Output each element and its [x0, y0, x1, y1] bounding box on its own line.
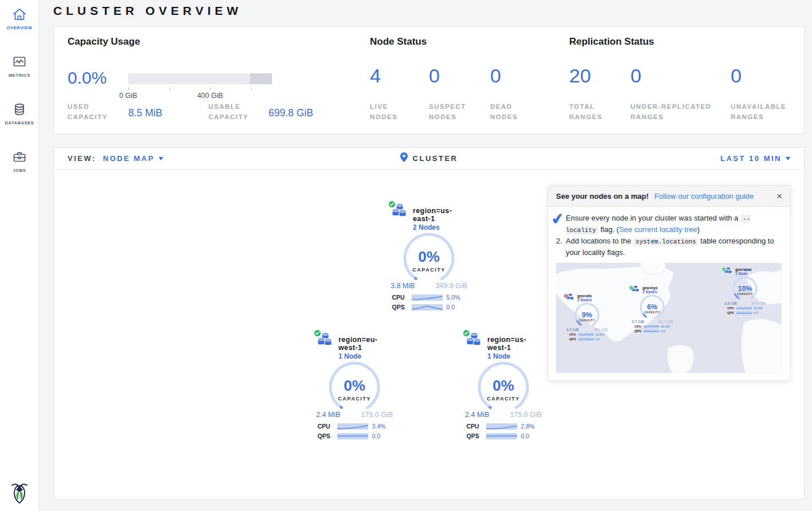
- page-title: CLUSTER OVERVIEW: [53, 3, 805, 18]
- tooltip-title: See your nodes on a map!: [556, 192, 649, 201]
- under-replicated-ranges-value: 0: [630, 65, 641, 87]
- capacity-gauge: 6% CAPACITY: [637, 294, 668, 321]
- chevron-down-icon[interactable]: [786, 157, 790, 160]
- svg-text:10%: 10%: [738, 285, 752, 293]
- cpu-metric-row: CPU 5.0%: [389, 294, 469, 301]
- cpu-metric-row: CPU 3.4%: [314, 423, 395, 430]
- qps-sparkline: [337, 433, 368, 439]
- tooltip-header: See your nodes on a map! Follow our conf…: [548, 186, 790, 207]
- locality-nodes-link: 2 Nodes: [642, 290, 658, 294]
- locality-tree-link[interactable]: See current locality tree: [619, 225, 697, 234]
- locality-name: region=us-east-1: [413, 203, 469, 223]
- locality-total-capacity: 349.9 GiB: [435, 282, 467, 290]
- locality-name: geo=nyc: [642, 285, 658, 290]
- svg-text:CAPACITY: CAPACITY: [579, 319, 594, 322]
- check-icon: ✔: [550, 207, 565, 231]
- briefcase-icon: [0, 150, 39, 164]
- capacity-caption: CAPACITY: [487, 396, 519, 402]
- svg-text:9%: 9%: [582, 311, 592, 319]
- locality-name: region=us-west-1: [487, 332, 543, 352]
- locality-total-capacity: 175.0 GiB: [361, 411, 393, 419]
- cpu-metric-row: CPU 2.8%: [463, 423, 543, 430]
- capacity-caption: CAPACITY: [412, 267, 445, 273]
- sidebar-item-databases[interactable]: DATABASES: [0, 95, 39, 125]
- qps-sparkline: [486, 433, 517, 439]
- svg-text:CAPACITY: CAPACITY: [644, 311, 660, 314]
- locality-nodes-link: 2 Nodes: [577, 298, 592, 302]
- dead-nodes-label: DEADNODES: [490, 102, 518, 123]
- tooltip-step-1: ✔ Ensure every node in your cluster was …: [556, 213, 782, 235]
- node-group-icon: [631, 285, 640, 293]
- locality-header: region=us-west-1 1 Node: [463, 332, 543, 360]
- sidebar: OVERVIEW METRICS DATABASES: [0, 0, 39, 511]
- sidebar-item-metrics[interactable]: METRICS: [0, 48, 39, 78]
- metrics-icon: [0, 54, 39, 69]
- used-capacity-value: 8.5 MiB: [128, 107, 162, 119]
- close-icon[interactable]: ×: [776, 191, 782, 201]
- map-preview: geo=sfo 2 Nodes 9% CAPACITY 3.2 GiB: [556, 263, 782, 373]
- usable-capacity-value: 699.8 GiB: [269, 107, 313, 119]
- healthy-status-icon: [313, 329, 322, 340]
- qps-sparkline: [412, 304, 443, 310]
- capacity-caption: CAPACITY: [338, 396, 370, 402]
- suspect-nodes-value: 0: [429, 65, 440, 87]
- locality-nodes-link[interactable]: 1 Node: [487, 352, 543, 360]
- suspect-nodes-label: SUSPECTNODES: [429, 102, 466, 123]
- chevron-down-icon[interactable]: [159, 157, 163, 160]
- tooltip-body: ✔ Ensure every node in your cluster was …: [548, 207, 790, 380]
- svg-text:CAPACITY: CAPACITY: [737, 293, 752, 296]
- axis-tick-label: 400 GiB: [193, 92, 227, 100]
- preview-locality-sfo: geo=sfo 2 Nodes 9% CAPACITY 3.2 GiB: [564, 293, 610, 341]
- map-configuration-tooltip: See your nodes on a map! Follow our conf…: [547, 185, 791, 381]
- time-range-selector[interactable]: LAST 10 MIN: [720, 154, 782, 163]
- sidebar-item-jobs[interactable]: JOBS: [0, 143, 39, 173]
- under-replicated-ranges-label: UNDER-REPLICATEDRANGES: [630, 102, 711, 123]
- capacity-bar-segment: [250, 73, 272, 84]
- unavailable-ranges-value: 0: [731, 65, 742, 87]
- locality-used-capacity: 3.8 MiB: [391, 282, 415, 290]
- capacity-gauge: 0% CAPACITY: [399, 231, 459, 284]
- locality-name: region=eu-west-1: [338, 332, 395, 352]
- sidebar-item-label: METRICS: [0, 73, 39, 78]
- capacity-percent: 0%: [418, 248, 440, 265]
- main-content: CLUSTER OVERVIEW Capacity Usage 0.0% 0 G…: [39, 0, 812, 511]
- node-group-icon: [566, 293, 575, 301]
- capacity-gauge: 0% CAPACITY: [325, 360, 384, 413]
- axis-tick: [251, 87, 252, 91]
- capacity-gauge: 10% CAPACITY: [730, 276, 760, 303]
- configuration-guide-link[interactable]: Follow our configuration guide: [655, 192, 754, 201]
- cpu-sparkline: [412, 294, 443, 301]
- usable-capacity-label: USABLECAPACITY: [208, 102, 249, 123]
- used-capacity-label: USEDCAPACITY: [68, 102, 108, 123]
- healthy-status-icon: [722, 264, 727, 274]
- qps-metric-row: QPS 0.0: [463, 433, 543, 439]
- qps-metric-row: QPS 0.0: [389, 304, 469, 310]
- sidebar-item-overview[interactable]: OVERVIEW: [0, 0, 39, 30]
- locality-total-capacity: 175.0 GiB: [510, 411, 542, 419]
- locality-used-capacity: 2.4 MiB: [465, 411, 489, 419]
- svg-text:6%: 6%: [647, 303, 657, 311]
- preview-locality-nyc: geo=nyc 2 Nodes 6% CAPACITY 3.7 GiB: [629, 285, 675, 333]
- locality-nodes-link[interactable]: 2 Nodes: [413, 223, 469, 231]
- map-pin-icon: [400, 152, 408, 164]
- tooltip-step-2: 2. Add locations to the system.locations…: [556, 235, 782, 258]
- healthy-status-icon: [629, 282, 634, 293]
- capacity-percent: 0%: [344, 377, 365, 394]
- live-nodes-label: LIVENODES: [370, 102, 397, 123]
- locality-header: region=eu-west-1 1 Node: [314, 332, 395, 360]
- live-nodes-value: 4: [370, 65, 381, 87]
- replication-status-title: Replication Status: [569, 36, 654, 48]
- locality-us-east-1: region=us-east-1 2 Nodes 0% CAPACITY 3.8…: [389, 203, 469, 310]
- cpu-sparkline: [486, 423, 517, 430]
- capacity-usage-title: Capacity Usage: [68, 36, 140, 48]
- node-group-icon: [391, 203, 408, 218]
- database-icon: [0, 102, 39, 117]
- locality-eu-west-1: region=eu-west-1 1 Node 0% CAPACITY 2.4 …: [314, 332, 395, 439]
- preview-locality-ams: geo=ams 1 Node 10% CAPACITY 3.6 GiB: [722, 266, 768, 315]
- sidebar-item-label: DATABASES: [0, 120, 39, 125]
- breadcrumb[interactable]: CLUSTER: [413, 154, 458, 163]
- locality-us-west-1: region=us-west-1 1 Node 0% CAPACITY 2.4 …: [463, 332, 543, 439]
- locality-nodes-link[interactable]: 1 Node: [338, 352, 395, 360]
- total-ranges-value: 20: [569, 65, 591, 87]
- view-selector[interactable]: NODE MAP: [103, 154, 155, 163]
